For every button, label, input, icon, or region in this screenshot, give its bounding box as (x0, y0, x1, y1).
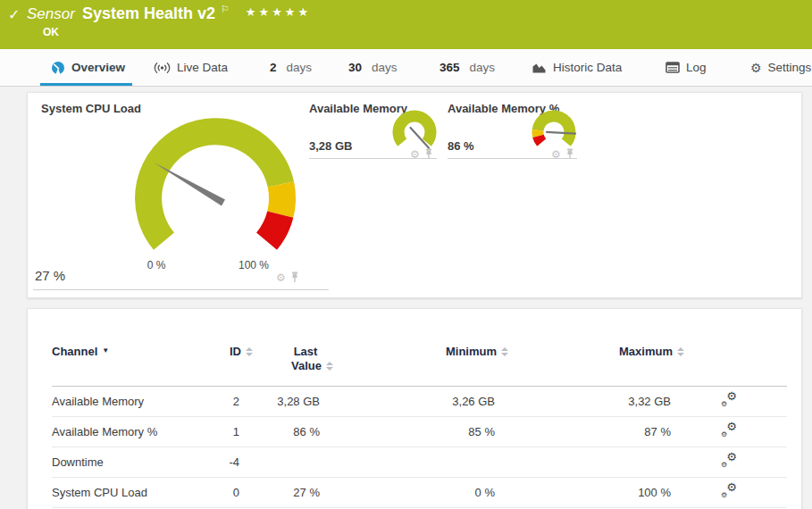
channel-maximum: 3,32 GB (495, 387, 671, 417)
channel-minimum: 0 % (320, 478, 495, 508)
gear-icon: ⚙ (726, 451, 737, 463)
column-label: ID (230, 345, 241, 358)
channel-maximum: 87 % (495, 417, 671, 447)
table-row: Downtime -4 ⚙⚙ (52, 447, 787, 478)
tab-label: Live Data (177, 61, 228, 74)
column-label: Last (294, 345, 318, 358)
column-header-last-value[interactable]: Last Value (239, 336, 320, 387)
cpu-gauge (117, 111, 314, 264)
channel-name: Available Memory (52, 387, 195, 417)
divider (33, 289, 329, 290)
column-label: Maximum (619, 345, 673, 358)
tab-label: days (470, 61, 496, 74)
channel-name: Downtime (52, 447, 195, 478)
table-row: Available Memory % 1 86 % 85 % 87 % ⚙⚙ (52, 417, 787, 447)
channel-last-value (239, 447, 320, 478)
channel-id: 2 (195, 387, 239, 417)
tab-label: Historic Data (553, 61, 622, 74)
tab-number: 365 (439, 61, 460, 74)
priority-stars[interactable]: ★★★★★ (246, 5, 311, 19)
channel-id: 0 (195, 478, 239, 508)
channel-id: 1 (195, 417, 239, 447)
tab-overview[interactable]: Overview (51, 49, 125, 86)
column-label: Channel (52, 345, 97, 358)
tab-2-days[interactable]: 2 days (270, 49, 312, 86)
sensor-header: ✓ Sensor System Health v2 ⚐ ★★★★★ OK (0, 0, 812, 49)
gauge-actions-cpu: ⚙ (276, 271, 299, 283)
tab-historic-data[interactable]: Historic Data (532, 49, 622, 86)
channel-maximum: 100 % (495, 478, 671, 508)
overview-gauges-panel: System CPU Load 0 % 100 % 27 % ⚙ Availab… (27, 92, 802, 298)
broadcast-icon (154, 62, 171, 74)
tab-bar: Overview Live Data 2 days 30 days 365 da… (0, 49, 812, 87)
sort-icon (246, 347, 253, 356)
channel-last-value: 86 % (239, 417, 320, 447)
tab-log[interactable]: Log (666, 49, 707, 86)
column-header-id[interactable]: ID (195, 336, 239, 387)
channel-settings-icon[interactable]: ⚙⚙ (721, 484, 737, 498)
tab-live-data[interactable]: Live Data (154, 49, 228, 86)
gauge-value-memory: 3,28 GB (309, 139, 352, 153)
tab-label: Settings (768, 61, 812, 74)
sort-icon (326, 362, 333, 371)
gauge-max-label: 100 % (227, 259, 280, 271)
gear-icon: ⚙ (721, 462, 727, 469)
gear-icon: ⚙ (726, 481, 737, 493)
column-header-minimum[interactable]: Minimum (320, 336, 495, 387)
channel-minimum (320, 447, 495, 478)
page-title: System Health v2 (82, 4, 215, 23)
sort-icon (501, 347, 508, 356)
channel-last-value: 3,28 GB (239, 387, 320, 417)
gauge-value-memory-pct: 86 % (448, 139, 474, 153)
column-label: Minimum (446, 345, 497, 358)
gauge-icon (51, 61, 65, 75)
gauge-needle (154, 163, 225, 206)
gear-icon: ⚙ (721, 492, 727, 499)
gear-icon: ⚙ (726, 421, 737, 432)
priority-flag-icon[interactable]: ⚐ (221, 4, 230, 15)
channel-minimum: 3,26 GB (320, 387, 495, 417)
column-label: Value (291, 359, 322, 373)
channel-name: System CPU Load (52, 478, 195, 508)
channel-settings-icon[interactable]: ⚙⚙ (721, 423, 737, 438)
gauge-value-cpu: 27 % (35, 268, 65, 283)
tab-label: days (287, 61, 313, 74)
gear-icon: ⚙ (721, 431, 727, 438)
channel-name: Available Memory % (52, 417, 195, 447)
tab-label: days (372, 61, 398, 74)
channel-last-value: 27 % (239, 478, 320, 508)
channel-settings-icon[interactable]: ⚙⚙ (721, 454, 737, 468)
divider (309, 158, 437, 159)
tab-365-days[interactable]: 365 days (439, 49, 495, 86)
tab-30-days[interactable]: 30 days (348, 49, 398, 86)
table-row: System CPU Load 0 27 % 0 % 100 % ⚙⚙ (52, 478, 787, 508)
sensor-status-badge: OK (43, 26, 59, 38)
gauge-min-label: 0 % (138, 259, 174, 271)
pin-icon[interactable] (290, 271, 299, 283)
gear-icon: ⚙ (750, 61, 762, 75)
divider (448, 158, 577, 159)
channel-table: Channel ▼ ID Last (52, 336, 787, 508)
column-header-channel[interactable]: Channel ▼ (52, 336, 195, 387)
active-tab-indicator (40, 83, 132, 86)
caret-down-icon: ▼ (102, 346, 109, 355)
tab-number: 2 (270, 61, 277, 74)
tab-settings[interactable]: ⚙ Settings (750, 49, 811, 86)
log-list-icon (666, 62, 680, 73)
gear-icon: ⚙ (721, 401, 727, 408)
column-header-maximum[interactable]: Maximum (495, 336, 671, 387)
tab-number: 30 (348, 61, 362, 74)
table-row: Available Memory 2 3,28 GB 3,26 GB 3,32 … (52, 387, 787, 417)
channel-minimum: 85 % (320, 417, 495, 447)
prtg-sensor-page: ✓ Sensor System Health v2 ⚐ ★★★★★ OK Ove… (0, 0, 812, 509)
channel-id: -4 (195, 447, 239, 478)
channel-maximum (495, 447, 671, 478)
gear-icon[interactable]: ⚙ (276, 272, 286, 283)
channel-settings-icon[interactable]: ⚙⚙ (721, 393, 737, 407)
tab-label: Overview (71, 61, 125, 74)
gear-icon: ⚙ (726, 390, 737, 402)
status-check-icon: ✓ (8, 6, 20, 23)
tab-label: Log (686, 61, 707, 74)
object-kind-label: Sensor (27, 5, 75, 23)
channels-panel: Channel ▼ ID Last (27, 308, 802, 509)
